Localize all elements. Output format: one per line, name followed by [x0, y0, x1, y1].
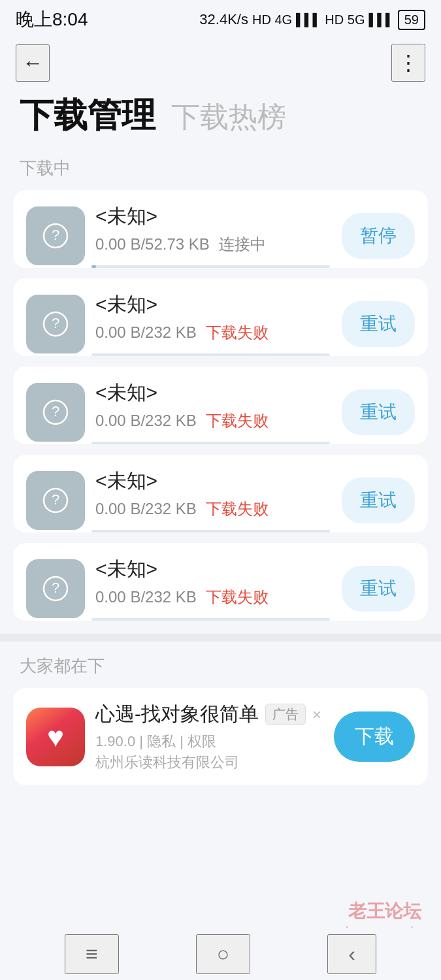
app-icon: ?: [26, 295, 85, 353]
nav-back-button[interactable]: ‹: [327, 934, 376, 974]
item-name: <未知>: [95, 468, 331, 495]
status-bar: 晚上8:04 32.4K/s HD 4G ▌▌▌ HD 5G ▌▌▌ 59: [0, 0, 441, 39]
item-meta: 0.00 B/232 KB 下载失败: [95, 410, 331, 431]
item-status: 下载失败: [206, 322, 269, 343]
section-header-downloading: 下载中: [0, 152, 441, 190]
top-nav: ← ⋮: [0, 39, 441, 86]
item-size: 0.00 B/232 KB: [95, 412, 197, 430]
tab-download-manage[interactable]: 下载管理: [20, 93, 155, 139]
ad-version: 1.90.0: [95, 733, 135, 749]
ad-badge: 广告: [265, 704, 306, 725]
bottom-nav: ≡ ○ ‹: [0, 928, 441, 980]
heart-icon: ♥: [47, 721, 64, 753]
menu-button[interactable]: ⋮: [391, 44, 425, 82]
ad-item: ♥ 心遇-找对象很简单 广告 × 1.90.0 | 隐私 | 权限 杭州乐读科技…: [13, 688, 428, 785]
ad-info: 心遇-找对象很简单 广告 × 1.90.0 | 隐私 | 权限 杭州乐读科技有限…: [95, 701, 323, 772]
ad-app-name: 心遇-找对象很简单: [95, 701, 259, 728]
network-speed: 32.4K/s: [199, 11, 248, 28]
progress-bar: [91, 442, 330, 444]
item-meta: 0.00 B/232 KB 下载失败: [95, 498, 331, 519]
item-meta: 0.00 B/232 KB 下载失败: [95, 587, 331, 608]
item-status: 下载失败: [206, 410, 269, 431]
ad-company: 杭州乐读科技有限公司: [95, 753, 323, 772]
signal-hd: HD 5G: [325, 12, 365, 27]
app-icon: ?: [26, 559, 85, 618]
ad-app-icon: ♥: [26, 708, 85, 766]
nav-home-button[interactable]: ≡: [65, 934, 119, 974]
ad-separator2: |: [180, 733, 188, 749]
battery-indicator: 59: [398, 10, 425, 30]
status-time: 晚上8:04: [16, 7, 88, 32]
nav-circle-button[interactable]: ○: [196, 934, 250, 974]
download-item: ? <未知> 0.00 B/232 KB 下载失败 重试: [13, 455, 428, 532]
signal-4g: HD 4G: [252, 12, 292, 27]
item-action-button[interactable]: 重试: [342, 389, 415, 435]
item-status: 下载失败: [206, 498, 269, 519]
ad-close-button[interactable]: ×: [312, 706, 321, 724]
ad-privacy: 隐私: [147, 733, 176, 749]
download-list: ? <未知> 0.00 B/52.73 KB 连接中 暂停 ? <未知> 0.0…: [0, 190, 441, 621]
progress-bar: [91, 353, 330, 356]
progress-bar: [91, 618, 330, 621]
app-icon: ?: [26, 206, 85, 265]
item-info: <未知> 0.00 B/232 KB 下载失败: [95, 291, 331, 356]
svg-text:?: ?: [52, 403, 59, 419]
ad-separator1: |: [139, 733, 147, 749]
item-action-button[interactable]: 重试: [342, 301, 415, 347]
app-icon: ?: [26, 383, 85, 442]
tab-download-hot[interactable]: 下载热榜: [171, 98, 286, 137]
download-item: ? <未知> 0.00 B/52.73 KB 连接中 暂停: [13, 190, 428, 268]
section-header-popular: 大家都在下: [0, 642, 441, 688]
progress-fill: [91, 265, 96, 268]
app-icon: ?: [26, 471, 85, 530]
svg-text:?: ?: [52, 491, 59, 508]
progress-bar: [91, 530, 330, 532]
item-size: 0.00 B/232 KB: [95, 500, 197, 518]
section-divider: [0, 634, 441, 642]
status-right: 32.4K/s HD 4G ▌▌▌ HD 5G ▌▌▌ 59: [199, 10, 425, 30]
item-status: 下载失败: [206, 587, 269, 608]
item-size: 0.00 B/232 KB: [95, 323, 197, 342]
ad-permission: 权限: [188, 733, 216, 749]
item-action-button[interactable]: 重试: [342, 478, 415, 523]
page-title-section: 下载管理 下载热榜: [0, 86, 441, 152]
item-meta: 0.00 B/232 KB 下载失败: [95, 322, 331, 343]
item-action-button[interactable]: 暂停: [342, 213, 415, 259]
item-size: 0.00 B/52.73 KB: [95, 235, 210, 253]
item-info: <未知> 0.00 B/52.73 KB 连接中: [95, 203, 331, 268]
item-size: 0.00 B/232 KB: [95, 588, 197, 606]
ad-meta: 1.90.0 | 隐私 | 权限: [95, 732, 323, 751]
signal-bars-1: ▌▌▌: [296, 13, 321, 27]
item-name: <未知>: [95, 291, 331, 318]
item-info: <未知> 0.00 B/232 KB 下载失败: [95, 380, 331, 444]
signal-bars-2: ▌▌▌: [368, 13, 393, 27]
watermark-main: 老王论坛: [346, 899, 421, 924]
item-status: 连接中: [219, 234, 266, 255]
item-action-button[interactable]: 重试: [342, 566, 415, 612]
back-button[interactable]: ←: [16, 44, 50, 82]
progress-bar: [91, 265, 330, 268]
ad-name-row: 心遇-找对象很简单 广告 ×: [95, 701, 323, 728]
item-name: <未知>: [95, 203, 331, 230]
ad-download-button[interactable]: 下载: [334, 711, 415, 762]
item-info: <未知> 0.00 B/232 KB 下载失败: [95, 556, 331, 621]
item-name: <未知>: [95, 556, 331, 583]
svg-text:?: ?: [52, 580, 59, 596]
item-info: <未知> 0.00 B/232 KB 下载失败: [95, 468, 331, 532]
download-item: ? <未知> 0.00 B/232 KB 下载失败 重试: [13, 543, 428, 621]
svg-text:?: ?: [52, 227, 59, 243]
download-item: ? <未知> 0.00 B/232 KB 下载失败 重试: [13, 367, 428, 444]
svg-text:?: ?: [52, 315, 59, 331]
download-item: ? <未知> 0.00 B/232 KB 下载失败 重试: [13, 278, 428, 356]
item-name: <未知>: [95, 380, 331, 406]
item-meta: 0.00 B/52.73 KB 连接中: [95, 234, 331, 255]
